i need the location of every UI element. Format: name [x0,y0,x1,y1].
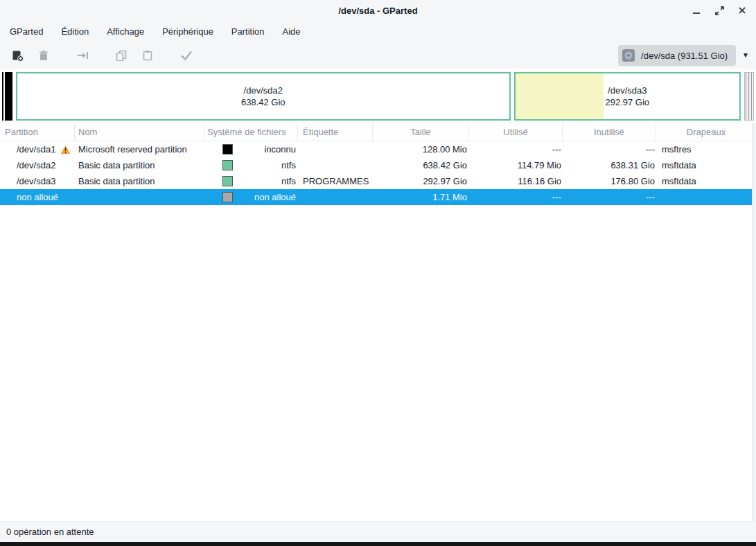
toolbar: /dev/sda (931.51 Gio) ▼ [0,42,756,69]
partition-used: 116.16 Gio [469,173,563,189]
menubar: GParted Édition Affichage Périphérique P… [0,21,756,42]
partition-used: --- [469,141,563,157]
table-empty-area [0,205,756,521]
drive-icon [622,49,635,62]
partition-etiquette [298,157,373,173]
column-header-nom: Nom [75,123,204,141]
column-header-partition: Partition [0,123,75,141]
delete-partition-button[interactable] [30,44,57,67]
partition-name: non alloué [17,192,58,202]
table-row-unallocated[interactable]: non alloué non alloué 1.71 Mio --- --- [0,189,756,205]
column-header-utilise: Utilisé [469,123,563,141]
partition-name: /dev/sda3 [17,176,55,186]
partition-used: 114.79 Mio [469,157,563,173]
minimize-icon [692,6,701,15]
table-row-sda3[interactable]: /dev/sda3 Basic data partition ntfs PROG… [0,173,756,189]
restore-button[interactable] [714,5,725,16]
close-icon [737,6,747,15]
partition-flags: msftres [656,141,756,157]
partition-name: /dev/sda3 [608,85,647,96]
partition-etiquette [298,141,373,157]
chevron-down-icon: ▼ [742,52,749,59]
partition-etiquette: PROGRAMMES [298,173,373,189]
warning-icon [60,145,71,155]
toolbar-separator [57,55,69,56]
partition-name: /dev/sda2 [17,160,55,170]
disk-visual-sda3[interactable]: /dev/sda3 292.97 Gio [514,72,741,121]
apply-button[interactable] [173,44,200,67]
column-header-taille: Taille [373,123,469,141]
new-partition-icon [12,50,24,62]
filesystem-swatch [222,176,233,186]
close-button[interactable] [737,5,748,16]
partition-description [75,189,204,205]
filesystem-swatch [222,192,233,202]
copy-button[interactable] [108,44,134,67]
partition-unused: --- [563,141,656,157]
partition-size: 1.71 Mio [373,189,469,205]
filesystem-type: inconnu [264,144,296,155]
device-selector-label: /dev/sda (931.51 Gio) [641,51,728,61]
partition-size: 292.97 Gio [373,173,469,189]
delete-partition-icon [38,50,49,61]
minimize-button[interactable] [691,5,702,16]
resize-move-button[interactable] [69,44,96,67]
partition-description: Basic data partition [75,157,204,173]
column-header-drapeaux: Drapeaux [656,123,756,141]
partition-name: /dev/sda1 [17,144,55,155]
apply-icon [180,50,193,61]
used-space-fill [516,73,604,119]
pending-operations-text: 0 opération en attente [6,527,94,537]
restore-icon [714,6,725,16]
filesystem-type: ntfs [281,160,296,170]
filesystem-type: ntfs [281,176,296,186]
partition-flags: msftdata [656,173,756,189]
column-header-filesystem: Système de fichiers [204,123,298,141]
partition-used: --- [469,189,563,205]
menu-aide[interactable]: Aide [274,23,310,40]
new-partition-button[interactable] [4,44,30,67]
screen-edge-strip [0,542,756,546]
filesystem-type: non alloué [254,192,296,202]
disk-visual-sda1[interactable] [2,72,12,121]
disk-visual: /dev/sda2 638.42 Gio /dev/sda3 292.97 Gi… [0,69,756,123]
partition-description: Basic data partition [75,173,204,189]
partition-table: Partition Nom Système de fichiers Étique… [0,123,756,521]
device-selector-pill: /dev/sda (931.51 Gio) [618,45,736,66]
window-controls [691,0,748,21]
partition-size: 292.97 Gio [605,96,649,108]
titlebar: /dev/sda - GParted [0,0,756,21]
paste-icon [142,50,153,61]
partition-unused: 638.31 Gio [563,157,656,173]
partition-flags: msftdata [656,157,756,173]
toolbar-separator [96,55,108,56]
gparted-window: /dev/sda - GParted GParted Édition Affic… [0,0,756,546]
resize-move-icon [76,50,89,61]
partition-name: /dev/sda2 [244,85,283,96]
table-row-sda2[interactable]: /dev/sda2 Basic data partition ntfs 638.… [0,157,756,173]
menu-partition[interactable]: Partition [222,23,274,40]
partition-flags [656,189,756,205]
partition-unused: 176.80 Gio [563,173,656,189]
copy-icon [116,50,127,61]
table-row-sda1[interactable]: /dev/sda1 Microsoft reserved partition i… [0,141,756,157]
column-header-inutilise: Inutilisé [563,123,656,141]
vertical-scrollbar[interactable] [752,123,756,521]
menu-peripherique[interactable]: Périphérique [153,23,222,40]
menu-gparted[interactable]: GParted [1,23,52,40]
filesystem-swatch [222,144,233,155]
column-header-etiquette: Étiquette [298,123,373,141]
partition-size: 638.42 Gio [241,96,285,108]
device-selector[interactable]: /dev/sda (931.51 Gio) ▼ [618,45,752,66]
filesystem-swatch [222,160,233,170]
menu-affichage[interactable]: Affichage [98,23,153,40]
partition-unused: --- [563,189,656,205]
statusbar: 0 opération en attente [0,521,756,542]
disk-visual-unallocated[interactable] [744,72,754,121]
menu-edition[interactable]: Édition [52,23,98,40]
paste-button[interactable] [134,44,161,67]
window-title: /dev/sda - GParted [338,6,417,16]
disk-visual-sda2[interactable]: /dev/sda2 638.42 Gio [16,72,511,121]
partition-size: 638.42 Gio [373,157,469,173]
table-header: Partition Nom Système de fichiers Étique… [0,123,756,141]
